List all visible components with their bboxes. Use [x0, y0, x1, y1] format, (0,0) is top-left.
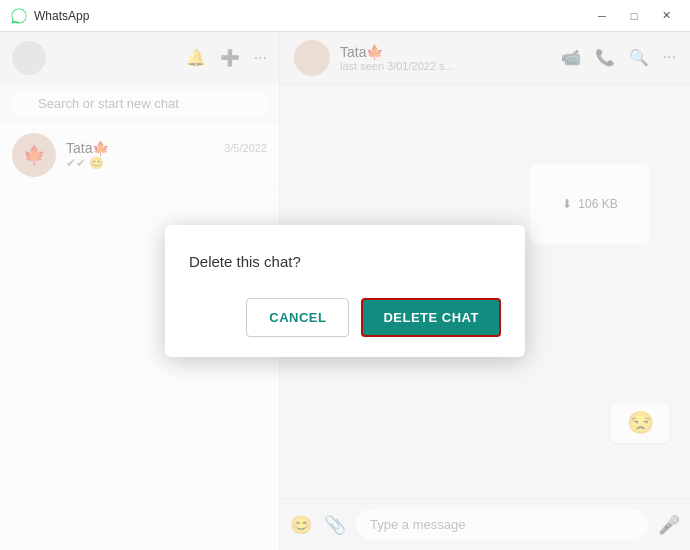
close-button[interactable]: ✕	[652, 6, 680, 26]
window-controls: ─ □ ✕	[588, 6, 680, 26]
whatsapp-logo-icon	[10, 7, 28, 25]
delete-chat-button[interactable]: DELETE CHAT	[361, 298, 501, 337]
maximize-button[interactable]: □	[620, 6, 648, 26]
cancel-button[interactable]: CANCEL	[246, 298, 349, 337]
dialog-box: Delete this chat? CANCEL DELETE CHAT	[165, 225, 525, 357]
dialog-buttons: CANCEL DELETE CHAT	[189, 298, 501, 337]
app-title: WhatsApp	[34, 9, 89, 23]
dialog-title: Delete this chat?	[189, 253, 501, 270]
title-bar: WhatsApp ─ □ ✕	[0, 0, 690, 32]
title-bar-left: WhatsApp	[10, 7, 89, 25]
dialog-overlay: Delete this chat? CANCEL DELETE CHAT	[0, 32, 690, 550]
app-container: 🔔 ➕ ··· 🔍 🍁 Tata🍁 3/5/2022 ✔✔ 😊	[0, 32, 690, 550]
minimize-button[interactable]: ─	[588, 6, 616, 26]
